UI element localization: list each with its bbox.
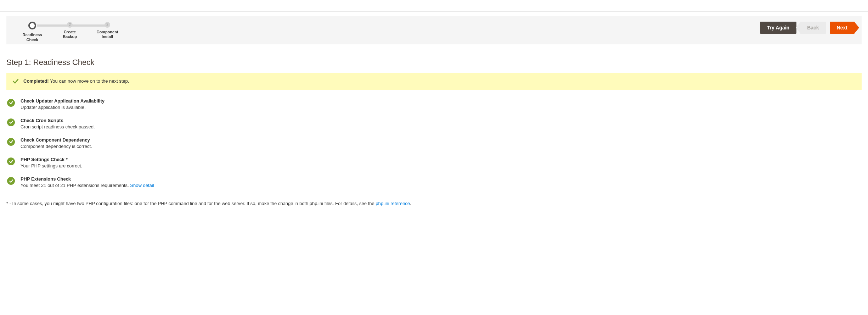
check-desc: Cron script readiness check passed. (21, 124, 95, 130)
footnote-post: . (410, 201, 411, 206)
show-detail-link[interactable]: Show detail (130, 183, 154, 188)
check-text: Check Cron Scripts Cron script readiness… (21, 118, 95, 130)
footnote-pre: * - In some cases, you might have two PH… (6, 201, 376, 206)
check-title: Check Updater Application Availability (21, 98, 105, 104)
check-title: Check Cron Scripts (21, 118, 95, 123)
step-label: Component Install (89, 30, 126, 40)
step-label: Create Backup (51, 30, 89, 40)
next-button[interactable]: Next (830, 22, 855, 34)
check-icon (12, 78, 19, 85)
header-bar: Readiness Check 2 Create Backup 3 Compon… (6, 16, 862, 44)
step-dot: 2 (67, 22, 73, 28)
completion-banner: Completed! You can now move on to the ne… (6, 73, 862, 90)
check-row: PHP Settings Check * Your PHP settings a… (6, 152, 862, 171)
banner-strong: Completed! (23, 78, 49, 84)
actions: Try Again Back Next (760, 20, 855, 34)
check-row: Check Component Dependency Component dep… (6, 132, 862, 152)
check-row: PHP Extensions Check You meet 21 out of … (6, 171, 862, 191)
check-title: Check Component Dependency (21, 137, 92, 143)
stepper: Readiness Check 2 Create Backup 3 Compon… (13, 20, 126, 43)
php-ini-reference-link[interactable]: php.ini reference (376, 201, 410, 206)
page-root: Readiness Check 2 Create Backup 3 Compon… (0, 11, 868, 217)
back-button: Back (800, 22, 826, 34)
success-icon (7, 138, 15, 146)
check-text: PHP Settings Check * Your PHP settings a… (21, 157, 82, 169)
success-icon (7, 158, 15, 165)
banner-text: Completed! You can now move on to the ne… (23, 78, 129, 84)
banner-rest: You can now move on to the next step. (49, 78, 129, 84)
check-desc: Updater application is available. (21, 104, 105, 111)
check-row: Check Cron Scripts Cron script readiness… (6, 113, 862, 132)
checks-list: Check Updater Application Availability U… (6, 93, 862, 191)
check-desc: Component dependency is correct. (21, 143, 92, 150)
step-label: Readiness Check (13, 33, 51, 43)
step-dot-current (28, 22, 36, 29)
back-button-wrap: Back (800, 22, 826, 34)
check-title: PHP Settings Check * (21, 157, 82, 162)
top-rule (0, 11, 868, 12)
success-icon (7, 99, 15, 107)
try-again-button[interactable]: Try Again (760, 22, 796, 34)
check-title: PHP Extensions Check (21, 176, 154, 182)
page-title: Step 1: Readiness Check (6, 58, 862, 67)
next-button-wrap: Next (830, 22, 855, 34)
step-dot: 3 (105, 22, 110, 28)
success-icon (7, 118, 15, 126)
main: Step 1: Readiness Check Completed! You c… (0, 44, 868, 217)
check-text: Check Component Dependency Component dep… (21, 137, 92, 150)
footnote: * - In some cases, you might have two PH… (6, 201, 862, 206)
check-text: Check Updater Application Availability U… (21, 98, 105, 111)
check-desc: Your PHP settings are correct. (21, 163, 82, 169)
check-row: Check Updater Application Availability U… (6, 93, 862, 113)
check-text: PHP Extensions Check You meet 21 out of … (21, 176, 154, 189)
check-desc: You meet 21 out of 21 PHP extensions req… (21, 182, 154, 189)
success-icon (7, 177, 15, 185)
